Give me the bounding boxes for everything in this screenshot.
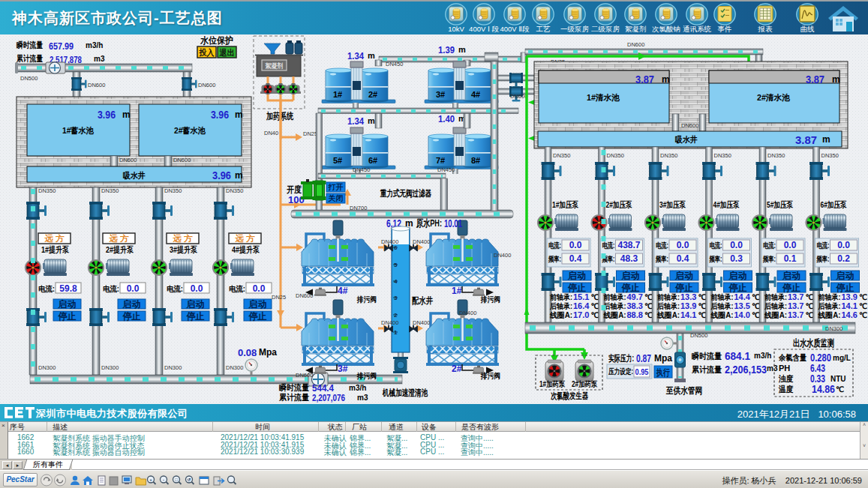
svg-text:DN600: DN600 — [627, 41, 644, 48]
svg-text:DN300: DN300 — [38, 364, 56, 371]
svg-text:0.4: 0.4 — [569, 253, 582, 264]
svg-text:PH: PH — [779, 364, 790, 373]
svg-text:后轴承:13.7℃: 后轴承:13.7℃ — [764, 301, 814, 310]
svg-text:↺: ↺ — [187, 478, 191, 482]
svg-text:线圈A:14.6℃: 线圈A:14.6℃ — [818, 310, 868, 319]
svg-text:6#加压泵: 6#加压泵 — [821, 200, 848, 209]
svg-text:频率:: 频率: — [709, 255, 722, 263]
svg-text:0.0: 0.0 — [569, 240, 582, 250]
svg-text:DN350: DN350 — [607, 152, 624, 159]
svg-text:原水PH:: 原水PH: — [416, 217, 442, 229]
svg-text:停止: 停止 — [728, 283, 747, 293]
svg-text:□: □ — [175, 478, 178, 482]
svg-text:远 方: 远 方 — [44, 234, 65, 243]
svg-text:0.0: 0.0 — [677, 240, 689, 250]
svg-text:4#: 4# — [471, 90, 480, 99]
svg-text:0.2: 0.2 — [837, 253, 850, 264]
svg-text:m3: m3 — [94, 55, 105, 63]
svg-text:至供水管网: 至供水管网 — [665, 385, 702, 396]
svg-text:压力设定:: 压力设定: — [608, 367, 633, 376]
svg-text:0.1: 0.1 — [784, 253, 797, 264]
svg-text:启动: 启动 — [122, 299, 141, 310]
svg-text:m: m — [122, 109, 131, 120]
svg-text:m3: m3 — [767, 364, 778, 373]
svg-text:100: 100 — [288, 194, 305, 205]
svg-text:DN600: DN600 — [173, 157, 191, 163]
svg-text:DN600: DN600 — [119, 157, 137, 163]
svg-text:3#提升泵: 3#提升泵 — [170, 245, 198, 254]
svg-text:DN350: DN350 — [660, 152, 677, 159]
svg-text:配水井: 配水井 — [412, 295, 433, 306]
svg-text:前轴承:13.7℃: 前轴承:13.7℃ — [764, 292, 814, 301]
svg-text:停止: 停止 — [674, 283, 693, 293]
svg-text:1#提升泵: 1#提升泵 — [41, 245, 70, 254]
svg-text:3.96: 3.96 — [212, 169, 231, 181]
svg-text:-: - — [163, 478, 164, 482]
svg-text:DN350: DN350 — [101, 187, 119, 194]
svg-text:重力式无阀过滤器: 重力式无阀过滤器 — [380, 188, 431, 199]
svg-text:4: 4 — [394, 278, 398, 285]
svg-text:0.0: 0.0 — [837, 240, 850, 250]
svg-text:吸水井: 吸水井 — [675, 135, 698, 144]
svg-text:59.8: 59.8 — [59, 283, 77, 294]
svg-text:m3/h: m3/h — [86, 41, 103, 49]
svg-text:0.4: 0.4 — [677, 253, 689, 264]
svg-text:1#: 1# — [452, 286, 462, 296]
svg-text:出水水质监测: 出水水质监测 — [793, 337, 834, 349]
svg-text:4#: 4# — [338, 286, 348, 296]
svg-text:mg/L: mg/L — [833, 354, 851, 362]
svg-text:m3/h: m3/h — [754, 352, 771, 360]
svg-text:远 方: 远 方 — [234, 234, 255, 243]
svg-text:2#提升泵: 2#提升泵 — [106, 245, 134, 254]
svg-text:DN450: DN450 — [437, 166, 455, 173]
svg-text:5: 5 — [394, 262, 398, 268]
svg-text:14.86: 14.86 — [812, 383, 835, 395]
svg-text:657.99: 657.99 — [49, 40, 74, 52]
svg-text:电流:: 电流: — [548, 241, 561, 250]
svg-text:1.39: 1.39 — [438, 45, 455, 55]
svg-text:2,207,076: 2,207,076 — [312, 392, 345, 403]
svg-text:1: 1 — [394, 329, 398, 336]
svg-text:1.34: 1.34 — [347, 116, 364, 127]
svg-text:DN350: DN350 — [164, 187, 182, 194]
svg-text:3.96: 3.96 — [98, 109, 116, 121]
svg-text:DN400: DN400 — [494, 252, 511, 259]
svg-text:0.0: 0.0 — [191, 283, 203, 294]
svg-text:余氯含量: 余氯含量 — [778, 353, 806, 362]
svg-text:5#加压泵: 5#加压泵 — [767, 200, 794, 209]
svg-text:线圈A:13.7℃: 线圈A:13.7℃ — [764, 310, 814, 319]
svg-text:线圈A:14.1℃: 线圈A:14.1℃ — [656, 310, 707, 319]
svg-text:电流:: 电流: — [656, 241, 668, 250]
svg-text:停止: 停止 — [567, 283, 586, 293]
svg-text:后轴承:13.5℃: 后轴承:13.5℃ — [710, 301, 761, 310]
svg-text:排污阀: 排污阀 — [356, 372, 377, 380]
svg-text:电流:: 电流: — [710, 241, 722, 250]
svg-text:1#清水池: 1#清水池 — [587, 93, 620, 102]
svg-text:投入: 投入 — [199, 48, 215, 58]
svg-text:0.0: 0.0 — [784, 240, 797, 250]
svg-text:电流:: 电流: — [817, 241, 830, 250]
svg-text:停止: 停止 — [621, 283, 640, 293]
svg-text:瞬时流量: 瞬时流量 — [17, 40, 43, 49]
svg-text:DN350: DN350 — [714, 152, 731, 159]
svg-text:0.95: 0.95 — [635, 367, 649, 376]
svg-text:0.0: 0.0 — [127, 283, 140, 294]
svg-text:累计流量: 累计流量 — [691, 365, 722, 374]
svg-text:启动: 启动 — [248, 299, 267, 310]
svg-text:3#: 3# — [338, 364, 348, 374]
svg-text:0.0: 0.0 — [730, 240, 743, 250]
svg-text:停止: 停止 — [58, 311, 77, 322]
svg-text:启动: 启动 — [782, 271, 800, 281]
svg-text:m: m — [458, 45, 466, 54]
svg-text:438.7: 438.7 — [617, 240, 640, 250]
svg-text:电流:: 电流: — [229, 285, 245, 293]
svg-text:DN500: DN500 — [20, 75, 38, 82]
svg-text:m: m — [235, 109, 243, 120]
svg-text:吸水井: 吸水井 — [123, 171, 146, 180]
svg-text:684.1: 684.1 — [725, 350, 750, 362]
svg-text:m: m — [822, 134, 830, 145]
svg-text:Mpa: Mpa — [259, 347, 277, 358]
svg-text:DN500: DN500 — [690, 332, 707, 339]
svg-text:DN400: DN400 — [413, 238, 430, 245]
svg-text:0.0: 0.0 — [253, 283, 266, 294]
